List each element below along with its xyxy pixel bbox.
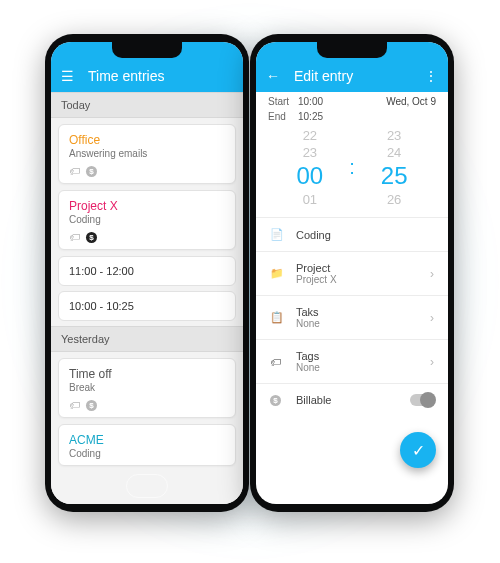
- time-slot-row[interactable]: 10:00 - 10:25: [58, 291, 236, 321]
- tag-icon: 🏷: [69, 165, 80, 177]
- description-row[interactable]: 📄 Coding: [256, 217, 448, 251]
- start-time-row[interactable]: Start 10:00 Wed, Oct 9: [256, 92, 448, 107]
- entry-task: Coding: [69, 448, 225, 459]
- picker-selected-minutes: 25: [381, 162, 408, 190]
- entry-card[interactable]: Office Answering emails 🏷 $: [58, 124, 236, 184]
- project-label: Project: [296, 262, 418, 274]
- entries-scroll[interactable]: Today Office Answering emails 🏷 $ Projec…: [51, 92, 243, 504]
- project-row[interactable]: 📁 Project Project X ›: [256, 251, 448, 295]
- picker-ghost: 23: [303, 145, 317, 160]
- project-value: Project X: [296, 274, 418, 285]
- entry-task: Break: [69, 382, 225, 393]
- billable-toggle[interactable]: [410, 394, 434, 406]
- end-value: 10:25: [298, 111, 342, 122]
- more-icon[interactable]: ⋮: [424, 68, 438, 84]
- picker-ghost: 23: [387, 128, 401, 143]
- document-icon: 📄: [270, 228, 284, 241]
- device-notch: [317, 42, 387, 58]
- billable-row[interactable]: $ Billable: [256, 383, 448, 416]
- hours-column[interactable]: 22 23 00 01: [297, 128, 324, 207]
- tag-icon: 🏷: [270, 356, 284, 368]
- billable-icon: $: [86, 400, 97, 411]
- billable-label: Billable: [296, 394, 398, 406]
- chevron-right-icon: ›: [430, 355, 434, 369]
- picker-ghost: 22: [303, 128, 317, 143]
- entry-project: Project X: [69, 199, 225, 213]
- time-slot-row[interactable]: 11:00 - 12:00: [58, 256, 236, 286]
- picker-ghost: 26: [387, 192, 401, 207]
- tags-row[interactable]: 🏷 Tags None ›: [256, 339, 448, 383]
- billable-icon: $: [86, 166, 97, 177]
- entry-project: Office: [69, 133, 225, 147]
- phone-time-entries: ☰ Time entries Today Office Answering em…: [45, 34, 249, 512]
- device-notch: [112, 42, 182, 58]
- end-time-row[interactable]: End 10:25: [256, 107, 448, 122]
- tags-label: Tags: [296, 350, 418, 362]
- entry-task: Coding: [69, 214, 225, 225]
- picker-ghost: 24: [387, 145, 401, 160]
- date-value: Wed, Oct 9: [386, 96, 436, 107]
- entry-card[interactable]: Time off Break 🏷 $: [58, 358, 236, 418]
- picker-ghost: 01: [303, 192, 317, 207]
- chevron-right-icon: ›: [430, 267, 434, 281]
- entry-project: Time off: [69, 367, 225, 381]
- menu-icon[interactable]: ☰: [61, 68, 74, 84]
- billable-icon: $: [86, 232, 97, 243]
- start-label: Start: [268, 96, 298, 107]
- duration-picker[interactable]: 22 23 00 01 : 23 24 25 26: [256, 122, 448, 217]
- task-row[interactable]: 📋 Taks None ›: [256, 295, 448, 339]
- entry-task: Answering emails: [69, 148, 225, 159]
- picker-colon: :: [349, 156, 355, 179]
- folder-icon: 📁: [270, 267, 284, 280]
- tag-icon: 🏷: [69, 399, 80, 411]
- description-value: Coding: [296, 229, 434, 241]
- task-value: None: [296, 318, 418, 329]
- home-button[interactable]: [331, 474, 373, 498]
- entry-project: ACME: [69, 433, 225, 447]
- clipboard-icon: 📋: [270, 311, 284, 324]
- dollar-icon: $: [270, 395, 281, 406]
- appbar-title: Edit entry: [294, 68, 410, 84]
- entry-card[interactable]: ACME Coding: [58, 424, 236, 466]
- check-icon: ✓: [412, 441, 425, 460]
- picker-selected-hours: 00: [297, 162, 324, 190]
- home-button[interactable]: [126, 474, 168, 498]
- save-fab[interactable]: ✓: [400, 432, 436, 468]
- task-label: Taks: [296, 306, 418, 318]
- appbar-title: Time entries: [88, 68, 233, 84]
- section-header-today: Today: [51, 92, 243, 118]
- section-header-yesterday: Yesterday: [51, 326, 243, 352]
- entry-card[interactable]: Project X Coding 🏷 $: [58, 190, 236, 250]
- minutes-column[interactable]: 23 24 25 26: [381, 128, 408, 207]
- start-value: 10:00: [298, 96, 342, 107]
- back-icon[interactable]: ←: [266, 68, 280, 84]
- tag-icon: 🏷: [69, 231, 80, 243]
- phone-edit-entry: ← Edit entry ⋮ Start 10:00 Wed, Oct 9 En…: [250, 34, 454, 512]
- tags-value: None: [296, 362, 418, 373]
- end-label: End: [268, 111, 298, 122]
- chevron-right-icon: ›: [430, 311, 434, 325]
